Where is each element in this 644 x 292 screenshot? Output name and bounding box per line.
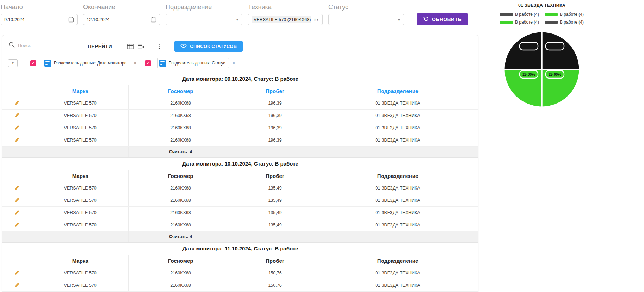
table-cell: VERSATILE 570	[32, 122, 129, 134]
table-cell: VERSATILE 570	[32, 194, 129, 207]
status-select[interactable]: ▼	[328, 14, 404, 25]
group-by-icon	[44, 60, 51, 67]
eye-icon	[180, 44, 187, 49]
refresh-button[interactable]: ОБНОВИТЬ	[417, 13, 468, 25]
search-icon	[8, 41, 15, 50]
table-row[interactable]: VERSATILE 5702160KX68196,3901 ЗВЕЗДА ТЕХ…	[2, 110, 478, 122]
table-cell: 135,49	[233, 182, 317, 194]
pie-slice[interactable]	[542, 32, 580, 69]
calendar-icon[interactable]	[68, 17, 74, 23]
start-date-value[interactable]	[4, 17, 68, 22]
end-date-input[interactable]	[83, 14, 160, 25]
table-header-row: МаркаГосномерПробегПодразделение	[2, 170, 478, 182]
group-summary-count: Считать: 4	[129, 147, 233, 157]
table-cell: 01 ЗВЕЗДА ТЕХНИКА	[317, 110, 478, 122]
edit-cell	[2, 207, 32, 219]
group-checkbox[interactable]: ✓	[30, 60, 36, 66]
group-chip[interactable]: Разделитель данных: Статус	[157, 58, 229, 68]
equipment-select[interactable]: VERSATILE 570 (2160KX68) × ▼	[248, 14, 323, 25]
equipment-tag-label: VERSATILE 570 (2160KX68)	[254, 17, 311, 22]
table-cell: 01 ЗВЕЗДА ТЕХНИКА	[317, 134, 478, 147]
pencil-icon[interactable]	[14, 210, 20, 215]
group-chip-label: Разделитель данных: Дата монитора	[54, 61, 126, 66]
table-row[interactable]: VERSATILE 5702160KX68196,3901 ЗВЕЗДА ТЕХ…	[2, 134, 478, 147]
close-icon[interactable]: ×	[134, 60, 136, 66]
column-header[interactable]: Госномер	[129, 170, 233, 182]
search-box[interactable]	[8, 41, 71, 51]
table-cell: 196,39	[233, 134, 317, 147]
column-header[interactable]: Подразделение	[317, 170, 478, 182]
table-cell: 2160KX68	[129, 134, 233, 147]
pencil-icon[interactable]	[14, 112, 20, 118]
more-menu-icon[interactable]	[156, 42, 162, 51]
table-cell: 196,39	[233, 110, 317, 122]
column-header[interactable]: Подразделение	[317, 85, 478, 97]
go-button[interactable]: ПЕРЕЙТИ	[88, 44, 112, 49]
group-row-header[interactable]: Дата монитора: 10.10.2024, Статус: В раб…	[2, 157, 478, 170]
table-cell: 2160KX68	[129, 219, 233, 231]
table-row[interactable]: VERSATILE 5702160KX68150,7601 ЗВЕЗДА ТЕХ…	[2, 279, 478, 292]
legend-item[interactable]: В работе (4)	[500, 20, 539, 25]
column-header[interactable]: Госномер	[129, 255, 233, 267]
column-header[interactable]: Госномер	[129, 85, 233, 97]
status-list-button[interactable]: СПИСОК СТАТУСОВ	[174, 41, 243, 52]
group-row-header[interactable]: Дата монитора: 09.10.2024, Статус: В раб…	[2, 73, 478, 85]
legend-label: В работе (4)	[560, 12, 584, 17]
column-header[interactable]: Марка	[32, 255, 129, 267]
edit-cell	[2, 194, 32, 207]
pencil-icon[interactable]	[14, 197, 20, 203]
pencil-icon[interactable]	[14, 270, 20, 275]
table-cell: 2160KX68	[129, 279, 233, 292]
table-cell: 01 ЗВЕЗДА ТЕХНИКА	[317, 182, 478, 194]
end-date-value[interactable]	[87, 17, 151, 22]
pie-chart[interactable]: 25.00%25.00%	[503, 30, 581, 108]
table-cell: 2160KX68	[129, 194, 233, 207]
group-row-header[interactable]: Дата монитора: 11.10.2024, Статус: В раб…	[2, 242, 478, 255]
legend-item[interactable]: В работе (4)	[500, 12, 539, 17]
column-header[interactable]: Пробег	[233, 85, 317, 97]
group-chip[interactable]: Разделитель данных: Дата монитора	[43, 58, 130, 68]
legend-item[interactable]: В работе (4)	[545, 20, 584, 25]
table-cell: 01 ЗВЕЗДА ТЕХНИКА	[317, 279, 478, 292]
table-row[interactable]: VERSATILE 5702160KX68135,4901 ЗВЕЗДА ТЕХ…	[2, 207, 478, 219]
column-header[interactable]: Марка	[32, 170, 129, 182]
column-header[interactable]: Пробег	[233, 170, 317, 182]
calendar-icon[interactable]	[151, 17, 156, 23]
column-header[interactable]: Марка	[32, 85, 129, 97]
close-icon[interactable]: ×	[232, 60, 235, 66]
pencil-icon[interactable]	[14, 100, 20, 105]
column-header[interactable]: Пробег	[233, 255, 317, 267]
table-row[interactable]: VERSATILE 5702160KX68135,4901 ЗВЕЗДА ТЕХ…	[2, 182, 478, 194]
table-row[interactable]: VERSATILE 5702160KX68135,4901 ЗВЕЗДА ТЕХ…	[2, 194, 478, 207]
start-date-input[interactable]	[1, 14, 78, 25]
pencil-icon[interactable]	[14, 125, 20, 130]
table-row[interactable]: VERSATILE 5702160KX68196,3901 ЗВЕЗДА ТЕХ…	[2, 97, 478, 110]
pencil-icon[interactable]	[14, 137, 20, 142]
table-cell: VERSATILE 570	[32, 207, 129, 219]
table-row[interactable]: VERSATILE 5702160KX68150,7601 ЗВЕЗДА ТЕХ…	[2, 267, 478, 279]
pencil-icon[interactable]	[14, 222, 20, 227]
table-cell: 2160KX68	[129, 207, 233, 219]
legend-item[interactable]: В работе (4)	[545, 12, 584, 17]
chart-panel: 01 ЗВЕЗДА ТЕХНИКА В работе (4)В работе (…	[496, 3, 588, 108]
edit-cell	[2, 182, 32, 194]
table-cell: 2160KX68	[129, 122, 233, 134]
table-cell: 150,76	[233, 267, 317, 279]
pencil-icon[interactable]	[14, 282, 20, 287]
legend-swatch	[545, 13, 558, 16]
group-checkbox[interactable]: ✓	[145, 60, 151, 66]
group-dropdown-button[interactable]: ▼	[8, 59, 18, 67]
column-chooser-icon[interactable]	[127, 44, 134, 49]
column-header[interactable]: Подразделение	[317, 255, 478, 267]
export-icon[interactable]	[138, 44, 144, 49]
search-input[interactable]	[18, 43, 71, 48]
summary-cell	[2, 231, 32, 242]
table-cell: 2160KX68	[129, 267, 233, 279]
pie-slice[interactable]	[504, 32, 542, 69]
table-row[interactable]: VERSATILE 5702160KX68196,3901 ЗВЕЗДА ТЕХ…	[2, 122, 478, 134]
department-select[interactable]: ▼	[166, 14, 242, 25]
refresh-button-label: ОБНОВИТЬ	[432, 17, 462, 22]
filter-end-label: Окончание	[83, 4, 160, 11]
pencil-icon[interactable]	[14, 185, 20, 190]
table-row[interactable]: VERSATILE 5702160KX68135,4901 ЗВЕЗДА ТЕХ…	[2, 219, 478, 231]
